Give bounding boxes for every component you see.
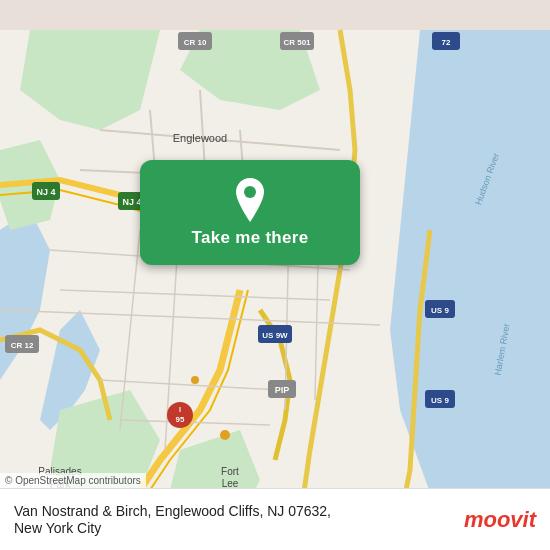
- svg-point-57: [244, 186, 256, 198]
- svg-text:CR 10: CR 10: [184, 38, 207, 47]
- location-pin-icon: [232, 178, 268, 222]
- moovit-logo-text: moovit: [464, 509, 536, 531]
- svg-text:Fort: Fort: [221, 466, 239, 477]
- location-name: Van Nostrand & Birch, Englewood Cliffs, …: [14, 503, 331, 519]
- svg-point-55: [220, 430, 230, 440]
- svg-text:Englewood: Englewood: [173, 132, 227, 144]
- location-city: New York City: [14, 520, 331, 536]
- svg-marker-1: [390, 30, 550, 520]
- svg-text:US 9: US 9: [431, 306, 449, 315]
- svg-point-56: [191, 376, 199, 384]
- map-container: NJ 4 NJ 4 US 9W US 9W I 95 CR 12 US 9 US…: [0, 0, 550, 550]
- moovit-logo[interactable]: moovit: [464, 509, 536, 531]
- svg-text:95: 95: [176, 415, 185, 424]
- attribution-text: © OpenStreetMap contributors: [5, 475, 141, 486]
- svg-text:72: 72: [442, 38, 451, 47]
- svg-text:US 9W: US 9W: [262, 331, 288, 340]
- map-attribution: © OpenStreetMap contributors: [0, 473, 146, 488]
- map-svg: NJ 4 NJ 4 US 9W US 9W I 95 CR 12 US 9 US…: [0, 0, 550, 550]
- location-info: Van Nostrand & Birch, Englewood Cliffs, …: [14, 503, 331, 536]
- svg-text:CR 501: CR 501: [283, 38, 311, 47]
- svg-text:I: I: [179, 406, 181, 413]
- svg-text:PIP: PIP: [275, 385, 290, 395]
- bottom-bar: Van Nostrand & Birch, Englewood Cliffs, …: [0, 488, 550, 550]
- take-me-there-button[interactable]: Take me there: [140, 160, 360, 265]
- svg-text:NJ 4: NJ 4: [122, 197, 141, 207]
- svg-text:CR 12: CR 12: [11, 341, 34, 350]
- svg-text:US 9: US 9: [431, 396, 449, 405]
- svg-text:NJ 4: NJ 4: [36, 187, 55, 197]
- take-me-there-label: Take me there: [192, 228, 309, 248]
